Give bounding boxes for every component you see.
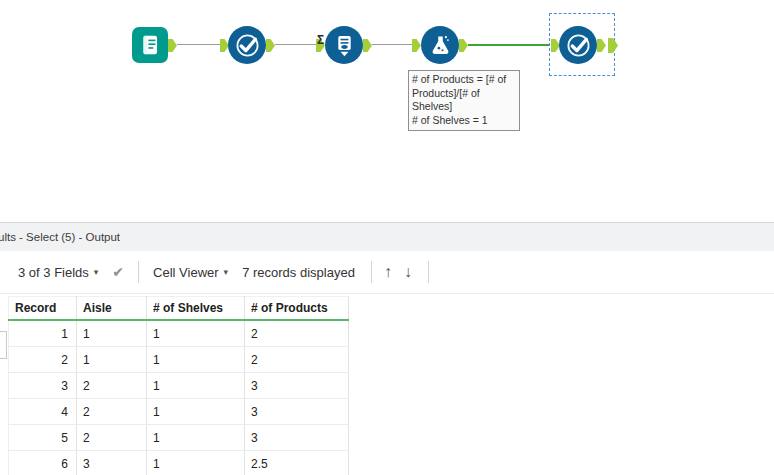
chevron-down-icon: ▾ <box>224 267 229 277</box>
toolbar-separator <box>371 261 372 283</box>
table-cell[interactable]: 4 <box>9 399 77 425</box>
fields-dropdown[interactable]: 3 of 3 Fields ▾ <box>18 265 98 280</box>
results-table: RecordAisle# of Shelves# of Products 111… <box>8 296 349 475</box>
connection-wire[interactable] <box>275 44 316 45</box>
output-anchor-icon[interactable] <box>608 38 618 53</box>
workflow-canvas[interactable]: Σ # of Produc <box>0 0 774 222</box>
table-cell[interactable]: 3 <box>245 425 349 451</box>
table-cell[interactable]: 1 <box>147 425 245 451</box>
summarize-icon <box>331 32 358 59</box>
table-cell[interactable]: 2 <box>9 347 77 373</box>
table-cell[interactable]: 5 <box>9 425 77 451</box>
table-cell[interactable]: 3 <box>245 399 349 425</box>
table-cell[interactable]: 1 <box>147 451 245 475</box>
results-title: ults - Select (5) - Output <box>0 231 120 243</box>
records-displayed-label: 7 records displayed <box>242 265 355 280</box>
select-tool[interactable] <box>228 26 266 64</box>
tool-annotation[interactable]: # of Products = [# of Products]/[# of Sh… <box>408 70 520 131</box>
connection-wire[interactable] <box>177 44 220 45</box>
table-row: 1112 <box>9 320 349 347</box>
arrow-down-icon[interactable]: ↓ <box>404 264 412 280</box>
input-anchor-icon[interactable] <box>412 39 421 52</box>
connection-wire-selected[interactable] <box>468 44 550 46</box>
apply-check-icon[interactable]: ✔ <box>112 264 124 280</box>
column-header[interactable]: Aisle <box>77 297 147 321</box>
table-cell[interactable]: 6 <box>9 451 77 475</box>
table-row: 3213 <box>9 373 349 399</box>
output-anchor-icon[interactable] <box>266 39 275 52</box>
table-cell[interactable]: 2 <box>77 373 147 399</box>
column-header[interactable]: Record <box>9 297 77 321</box>
summarize-tool[interactable] <box>325 26 363 64</box>
chevron-down-icon: ▾ <box>94 267 99 277</box>
table-cell[interactable]: 1 <box>147 373 245 399</box>
table-cell[interactable]: 3 <box>245 373 349 399</box>
table-header-row: RecordAisle# of Shelves# of Products <box>9 297 349 321</box>
toolbar-separator <box>428 261 429 283</box>
table-cell[interactable]: 2 <box>77 425 147 451</box>
sigma-glyph: Σ <box>317 33 324 47</box>
table-row: 5213 <box>9 425 349 451</box>
connection-wire[interactable] <box>372 44 412 45</box>
select-check-icon <box>234 32 261 59</box>
output-anchor-icon[interactable] <box>168 39 177 52</box>
formula-tool[interactable] <box>421 26 459 64</box>
table-cell[interactable]: 1 <box>77 320 147 347</box>
fields-dropdown-label: 3 of 3 Fields <box>18 265 89 280</box>
cell-viewer-label: Cell Viewer <box>153 265 219 280</box>
toolbar-separator <box>138 261 139 283</box>
select-tool-selected[interactable] <box>559 26 597 64</box>
formula-flask-icon <box>427 32 454 59</box>
output-anchor-icon[interactable] <box>363 39 372 52</box>
arrow-up-icon[interactable]: ↑ <box>384 264 392 280</box>
table-cell[interactable]: 2 <box>245 320 349 347</box>
panel-edge-fragment <box>0 331 7 359</box>
table-row: 2112 <box>9 347 349 373</box>
table-row: 4213 <box>9 399 349 425</box>
annotation-line: # of Products = [# of Products]/[# of Sh… <box>412 73 516 114</box>
table-cell[interactable]: 1 <box>147 320 245 347</box>
table-row: 6312.5 <box>9 451 349 475</box>
table-cell[interactable]: 3 <box>77 451 147 475</box>
table-cell[interactable]: 1 <box>147 347 245 373</box>
table-cell[interactable]: 2 <box>245 347 349 373</box>
table-cell[interactable]: 1 <box>9 320 77 347</box>
annotation-line: # of Shelves = 1 <box>412 114 516 128</box>
table-cell[interactable]: 1 <box>147 399 245 425</box>
select-check-icon <box>565 32 592 59</box>
output-anchor-icon[interactable] <box>459 39 468 52</box>
input-data-icon <box>137 32 163 58</box>
column-header[interactable]: # of Shelves <box>147 297 245 321</box>
results-toolbar: 3 of 3 Fields ▾ ✔ Cell Viewer ▾ 7 record… <box>0 251 774 294</box>
results-table-wrap: RecordAisle# of Shelves# of Products 111… <box>8 296 349 475</box>
table-cell[interactable]: 2 <box>77 399 147 425</box>
cell-viewer-dropdown[interactable]: Cell Viewer ▾ <box>153 265 228 280</box>
results-titlebar: ults - Select (5) - Output <box>0 222 774 252</box>
table-cell[interactable]: 1 <box>77 347 147 373</box>
input-data-tool[interactable] <box>132 27 168 63</box>
column-header[interactable]: # of Products <box>245 297 349 321</box>
table-cell[interactable]: 3 <box>9 373 77 399</box>
table-cell[interactable]: 2.5 <box>245 451 349 475</box>
